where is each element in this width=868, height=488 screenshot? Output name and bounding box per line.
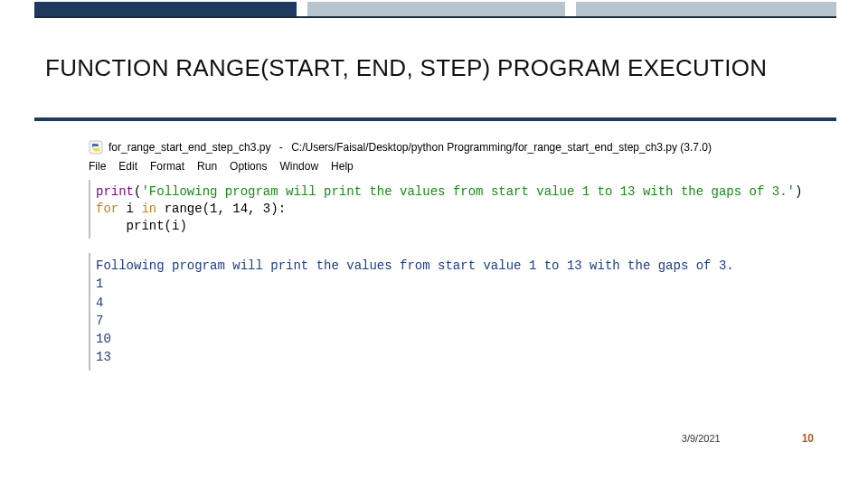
output-line: 1 bbox=[96, 275, 814, 293]
code-editor[interactable]: print('Following program will print the … bbox=[89, 180, 814, 239]
output-line: 7 bbox=[96, 312, 814, 330]
menu-file[interactable]: File bbox=[89, 160, 106, 173]
svg-rect-0 bbox=[90, 141, 102, 154]
window-titlebar: for_range_start_end_step_ch3.py - C:/Use… bbox=[89, 140, 814, 155]
output-line: 10 bbox=[96, 330, 814, 348]
editor-panel: for_range_start_end_step_ch3.py - C:/Use… bbox=[89, 140, 814, 239]
output-line: Following program will print the values … bbox=[96, 257, 814, 275]
identifier-i: i bbox=[118, 202, 141, 216]
slide-title: FUNCTION RANGE(START, END, STEP) PROGRAM… bbox=[45, 54, 767, 82]
menu-options[interactable]: Options bbox=[230, 160, 267, 173]
menu-help[interactable]: Help bbox=[331, 160, 354, 173]
output-line: 13 bbox=[96, 348, 814, 366]
title-underline bbox=[34, 117, 836, 121]
menu-edit[interactable]: Edit bbox=[118, 160, 137, 173]
menu-window[interactable]: Window bbox=[279, 160, 318, 173]
slide-footer: 3/9/2021 10 bbox=[682, 432, 814, 445]
menubar: File Edit Format Run Options Window Help bbox=[89, 160, 814, 176]
menu-run[interactable]: Run bbox=[197, 160, 217, 173]
slide-title-block: FUNCTION RANGE(START, END, STEP) PROGRAM… bbox=[34, 18, 836, 117]
menu-format[interactable]: Format bbox=[150, 160, 184, 173]
footer-page-number: 10 bbox=[802, 432, 814, 445]
code-body: print(i) bbox=[96, 219, 187, 233]
footer-date: 3/9/2021 bbox=[682, 433, 721, 444]
keyword-print: print bbox=[96, 184, 134, 199]
window-path-label: C:/Users/Faisal/Desktop/python Programmi… bbox=[291, 141, 712, 154]
string-literal: 'Following program will print the values… bbox=[141, 184, 795, 199]
output-panel: Following program will print the values … bbox=[89, 253, 814, 371]
keyword-for: for bbox=[96, 202, 118, 216]
range-call: range(1, 14, 3): bbox=[156, 202, 286, 216]
keyword-in: in bbox=[141, 202, 156, 216]
window-file-label: for_range_start_end_step_ch3.py bbox=[108, 141, 270, 154]
paren-close: ) bbox=[795, 184, 802, 199]
python-file-icon bbox=[89, 140, 103, 155]
output-line: 4 bbox=[96, 294, 814, 312]
